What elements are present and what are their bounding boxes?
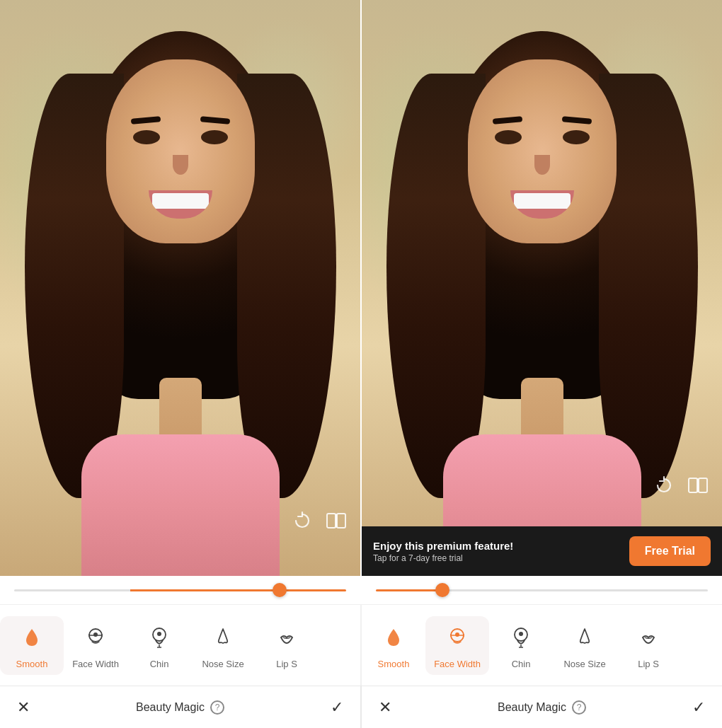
lip-icon-left: [271, 622, 302, 653]
svg-rect-3: [689, 478, 697, 492]
brow-left: [130, 116, 161, 125]
chin-icon-left: [144, 622, 175, 653]
nose-right: [534, 155, 550, 175]
person-figure-right: [422, 17, 663, 576]
lip-label-right: Lip S: [638, 659, 659, 669]
right-bottom-half: ✕ Beauty Magic ? ✓: [362, 686, 722, 728]
confirm-button-right[interactable]: ✓: [692, 698, 705, 717]
right-slider-thumb[interactable]: [435, 583, 449, 597]
compare-icon-left[interactable]: [323, 508, 349, 533]
brow-right-right: [561, 116, 592, 125]
lip-label-left: Lip S: [276, 659, 297, 669]
left-photo-panel: [0, 0, 360, 576]
premium-text: Enjoy this premium feature! Tap for a 7-…: [373, 540, 513, 563]
tools-row: Smooth Face Width: [0, 604, 722, 686]
rotate-icon-right[interactable]: [651, 473, 677, 498]
chin-icon-right: [505, 622, 537, 653]
smile-right: [510, 190, 574, 219]
free-trial-button[interactable]: Free Trial: [629, 536, 711, 566]
left-slider-thumb[interactable]: [273, 583, 287, 597]
right-photo-icons: [651, 473, 711, 498]
svg-rect-4: [699, 478, 707, 492]
help-icon-right[interactable]: ?: [572, 700, 586, 715]
tool-smooth-right[interactable]: Smooth: [362, 616, 425, 675]
chin-label-left: Chin: [150, 659, 169, 669]
left-photo-bg: [0, 0, 360, 576]
person-figure-left: [60, 17, 301, 576]
panel-divider: [360, 0, 362, 576]
face-right: [468, 59, 617, 243]
eye-left: [133, 130, 160, 144]
svg-point-16: [455, 632, 459, 637]
smile-left: [149, 190, 212, 219]
face-width-label-right: Face Width: [434, 659, 481, 669]
nose-icon-left: [207, 622, 239, 653]
svg-point-7: [93, 632, 98, 637]
right-slider-track[interactable]: [376, 589, 708, 591]
confirm-button-left[interactable]: ✓: [331, 698, 343, 717]
smooth-label-right: Smooth: [378, 659, 410, 669]
teeth-left: [152, 193, 209, 209]
left-bottom-center: Beauty Magic ?: [136, 700, 224, 715]
nose-label-right: Nose Size: [563, 659, 605, 669]
sliders-container: [0, 576, 722, 604]
cancel-button-left[interactable]: ✕: [17, 698, 30, 717]
svg-point-12: [157, 632, 161, 636]
beauty-magic-title-right: Beauty Magic: [498, 701, 566, 714]
rotate-icon-left[interactable]: [290, 508, 315, 533]
left-tools: Smooth Face Width: [0, 605, 360, 686]
premium-subtitle: Tap for a 7-day free trial: [373, 553, 513, 563]
svg-point-21: [519, 632, 523, 636]
smooth-icon-right: [378, 622, 409, 653]
face-width-icon-left: [80, 622, 111, 653]
premium-banner: Enjoy this premium feature! Tap for a 7-…: [362, 526, 722, 576]
cancel-button-right[interactable]: ✕: [379, 698, 391, 717]
teeth-right: [514, 193, 571, 209]
tool-face-width-left[interactable]: Face Width: [64, 616, 127, 675]
left-bottom-half: ✕ Beauty Magic ? ✓: [0, 686, 360, 728]
nose-label-left: Nose Size: [202, 659, 243, 669]
right-tools: Smooth Face Width: [362, 605, 722, 686]
left-slider-section: [0, 576, 360, 604]
face-width-icon-right: [442, 622, 473, 653]
tool-chin-right[interactable]: Chin: [489, 616, 553, 675]
right-bottom-center: Beauty Magic ?: [498, 700, 586, 715]
left-photo-icons: [290, 508, 349, 533]
face-left: [106, 59, 255, 243]
shirt-left: [81, 434, 280, 576]
right-photo-panel: Enjoy this premium feature! Tap for a 7-…: [362, 0, 722, 576]
left-slider-track[interactable]: [14, 589, 346, 591]
smooth-icon-left: [16, 622, 47, 653]
eye-right-right: [563, 130, 590, 144]
brow-left-right: [492, 116, 522, 125]
bottom-bar: ✕ Beauty Magic ? ✓ ✕ Beauty Magic ? ✓: [0, 686, 722, 728]
svg-rect-0: [327, 514, 336, 528]
eye-right: [201, 130, 228, 144]
nose-icon-right: [569, 622, 600, 653]
chin-label-right: Chin: [512, 659, 531, 669]
right-slider-section: [362, 576, 722, 604]
tool-lip-left[interactable]: Lip S: [255, 616, 319, 675]
tool-chin-left[interactable]: Chin: [127, 616, 191, 675]
svg-rect-1: [337, 514, 345, 528]
photo-row: Enjoy this premium feature! Tap for a 7-…: [0, 0, 722, 576]
tool-lip-right[interactable]: Lip S: [617, 616, 680, 675]
smooth-label-left: Smooth: [16, 659, 48, 669]
compare-icon-right[interactable]: [685, 473, 711, 498]
tool-smooth-left[interactable]: Smooth: [0, 616, 64, 675]
nose-left: [173, 155, 188, 175]
tool-nose-right[interactable]: Nose Size: [553, 616, 617, 675]
face-width-label-left: Face Width: [72, 659, 119, 669]
premium-title: Enjoy this premium feature!: [373, 540, 513, 552]
lip-icon-right: [633, 622, 664, 653]
tool-face-width-right[interactable]: Face Width: [425, 616, 489, 675]
help-icon-left[interactable]: ?: [210, 700, 224, 715]
brow-right: [200, 116, 230, 125]
tool-nose-left[interactable]: Nose Size: [191, 616, 255, 675]
eye-left-right: [495, 130, 522, 144]
beauty-magic-title-left: Beauty Magic: [136, 701, 205, 714]
